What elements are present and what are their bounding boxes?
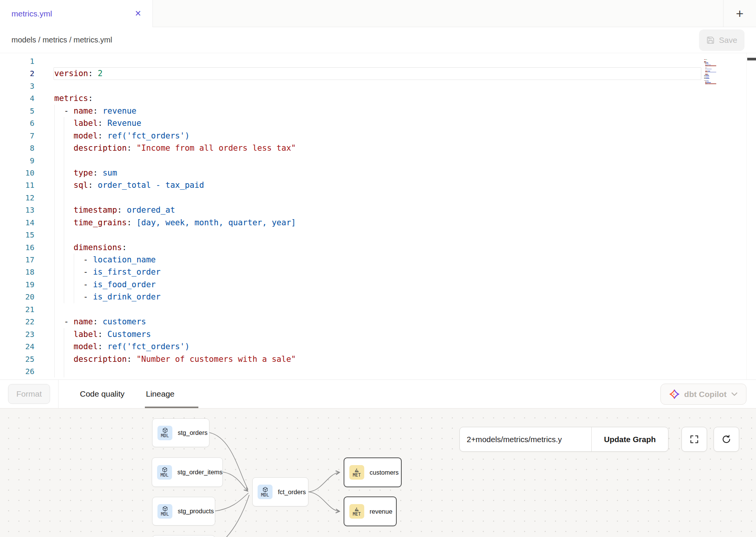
line-number: 6 xyxy=(0,117,34,129)
lineage-canvas[interactable]: MDLstg_ordersMDLstg_order_itemsMDLstg_pr… xyxy=(0,408,756,537)
code-line-16[interactable]: dimensions: xyxy=(42,241,756,254)
save-button[interactable]: Save xyxy=(699,29,745,51)
lineage-node-fct_orders[interactable]: MDLfct_orders xyxy=(252,477,308,506)
indent-guide xyxy=(64,365,64,378)
code-token: : xyxy=(98,131,107,140)
code-token: metrics xyxy=(54,94,88,103)
code-token: is_food_order xyxy=(93,280,156,289)
code-token: "Income from all orders less tax" xyxy=(136,143,296,153)
indent-guide xyxy=(74,266,74,278)
indent-guide xyxy=(54,365,55,378)
code-line-12[interactable] xyxy=(42,192,756,204)
lineage-node-stg_order_items[interactable]: MDLstg_order_items xyxy=(152,457,223,487)
lineage-node-stg_products[interactable]: MDLstg_products xyxy=(152,497,215,526)
lineage-node-stg_orders[interactable]: MDLstg_orders xyxy=(152,418,209,447)
update-graph-button[interactable]: Update Graph xyxy=(592,427,668,451)
format-button[interactable]: Format xyxy=(8,384,50,404)
met-badge: MET xyxy=(349,465,364,480)
scrollbar-track[interactable] xyxy=(746,53,747,379)
plus-icon: + xyxy=(736,6,744,21)
editor-minimap[interactable] xyxy=(704,58,726,89)
line-number: 12 xyxy=(0,192,34,204)
code-editor[interactable]: 1234567891011121314151617181920212223242… xyxy=(0,53,756,379)
indent-guide xyxy=(54,266,55,278)
code-token: model xyxy=(74,342,98,351)
code-line-4[interactable]: metrics: xyxy=(42,92,756,104)
code-line-3[interactable] xyxy=(42,80,756,92)
code-token: : xyxy=(88,181,98,190)
code-token: ref('fct_orders') xyxy=(107,131,190,140)
line-number: 21 xyxy=(0,303,34,316)
node-label: customers xyxy=(370,469,399,476)
close-icon[interactable]: × xyxy=(135,8,141,19)
indent-guide xyxy=(64,328,64,340)
indent-guide xyxy=(54,229,55,241)
code-line-15[interactable] xyxy=(42,229,756,241)
chevron-down-icon xyxy=(731,392,738,396)
code-line-20[interactable]: - is_drink_order xyxy=(42,291,756,303)
minimap-token xyxy=(706,76,709,77)
node-label: stg_orders xyxy=(178,429,208,436)
code-line-24[interactable]: model: ref('fct_orders') xyxy=(42,340,756,353)
code-token: name xyxy=(74,317,93,326)
indent-guide xyxy=(64,130,64,142)
indent-guide xyxy=(64,278,64,291)
indent-guide xyxy=(74,254,74,266)
indent-guide xyxy=(64,167,64,179)
indent-guide xyxy=(54,353,55,365)
lineage-node-revenue[interactable]: METrevenue xyxy=(344,496,397,526)
dbt-copilot-button[interactable]: dbt Copilot xyxy=(660,384,746,405)
lineage-node-customers[interactable]: METcustomers xyxy=(344,457,402,487)
code-line-5[interactable]: - name: revenue xyxy=(42,105,756,117)
code-line-1[interactable] xyxy=(42,55,756,67)
new-tab-button[interactable]: + xyxy=(723,0,756,27)
minimap-token xyxy=(706,78,709,79)
code-line-8[interactable]: description: "Income from all orders les… xyxy=(42,142,756,154)
code-line-14[interactable]: time_grains: [day, week, month, quarter,… xyxy=(42,216,756,229)
cube-icon xyxy=(262,487,268,493)
code-line-21[interactable] xyxy=(42,303,756,316)
mdl-badge: MDL xyxy=(157,465,172,480)
code-line-6[interactable]: label: Revenue xyxy=(42,117,756,129)
tab-code-quality[interactable]: Code quality xyxy=(80,389,125,399)
minimap-token xyxy=(706,75,709,76)
fullscreen-button[interactable] xyxy=(681,427,707,452)
line-number: 8 xyxy=(0,142,34,154)
code-line-17[interactable]: - location_name xyxy=(42,254,756,266)
code-line-7[interactable]: model: ref('fct_orders') xyxy=(42,130,756,142)
line-number: 2 xyxy=(0,67,34,80)
minimap-token xyxy=(706,77,709,78)
lineage-filter-input[interactable] xyxy=(460,427,591,451)
code-line-19[interactable]: - is_food_order xyxy=(42,278,756,291)
minimap-token xyxy=(707,81,709,82)
code-line-13[interactable]: timestamp: ordered_at xyxy=(42,204,756,216)
indent-guide xyxy=(74,291,74,303)
cube-icon xyxy=(162,506,168,512)
code-line-22[interactable]: - name: customers xyxy=(42,316,756,328)
minimap-token xyxy=(705,65,708,66)
node-label: stg_products xyxy=(178,508,214,515)
code-line-23[interactable]: label: Customers xyxy=(42,328,756,340)
tab-metrics-yml[interactable]: metrics.yml × xyxy=(0,0,153,27)
current-line-highlight xyxy=(54,67,701,80)
node-label: stg_order_items xyxy=(177,469,222,476)
code-line-25[interactable]: description: "Number of customers with a… xyxy=(42,353,756,365)
tab-lineage[interactable]: Lineage xyxy=(146,389,175,399)
mdl-badge: MDL xyxy=(258,485,273,499)
code-token: name xyxy=(74,106,93,116)
code-token: : xyxy=(127,143,136,153)
scrollbar-thumb[interactable] xyxy=(747,58,756,60)
code-line-26[interactable] xyxy=(42,365,756,378)
code-line-10[interactable]: type: sum xyxy=(42,167,756,179)
code-token: type xyxy=(74,168,93,177)
code-token: [day, week, month, quarter, year] xyxy=(136,218,296,227)
code-line-11[interactable]: sql: order_total - tax_paid xyxy=(42,179,756,191)
editor-code-lines[interactable]: version: 2metrics: - name: revenue label… xyxy=(42,55,756,378)
lineage-node-stg_partial[interactable]: MDL xyxy=(152,535,215,537)
code-token: : xyxy=(93,168,102,177)
refresh-button[interactable] xyxy=(714,427,739,452)
code-line-9[interactable] xyxy=(42,155,756,167)
tab-bar: metrics.yml × + xyxy=(0,0,756,27)
code-line-18[interactable]: - is_first_order xyxy=(42,266,756,278)
indent-guide xyxy=(64,353,64,365)
